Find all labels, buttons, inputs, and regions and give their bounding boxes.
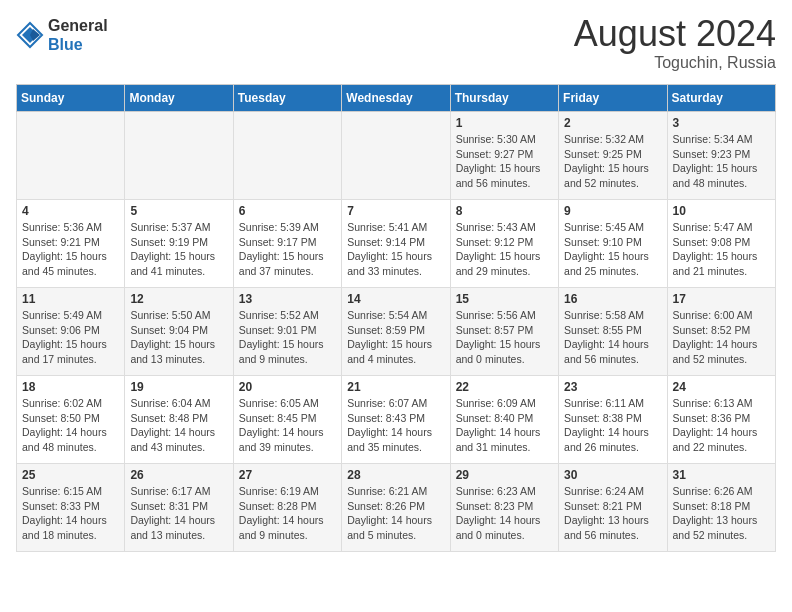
day-cell: 17Sunrise: 6:00 AMSunset: 8:52 PMDayligh… <box>667 288 775 376</box>
day-number: 21 <box>347 380 444 394</box>
day-cell: 16Sunrise: 5:58 AMSunset: 8:55 PMDayligh… <box>559 288 667 376</box>
logo: General Blue <box>16 16 108 54</box>
day-info: Sunrise: 6:17 AMSunset: 8:31 PMDaylight:… <box>130 484 227 543</box>
day-info: Sunrise: 6:04 AMSunset: 8:48 PMDaylight:… <box>130 396 227 455</box>
day-cell: 29Sunrise: 6:23 AMSunset: 8:23 PMDayligh… <box>450 464 558 552</box>
day-number: 3 <box>673 116 770 130</box>
day-number: 13 <box>239 292 336 306</box>
day-cell: 28Sunrise: 6:21 AMSunset: 8:26 PMDayligh… <box>342 464 450 552</box>
day-cell: 5Sunrise: 5:37 AMSunset: 9:19 PMDaylight… <box>125 200 233 288</box>
day-info: Sunrise: 5:49 AMSunset: 9:06 PMDaylight:… <box>22 308 119 367</box>
month-year: August 2024 <box>574 16 776 52</box>
day-number: 27 <box>239 468 336 482</box>
day-number: 15 <box>456 292 553 306</box>
day-info: Sunrise: 5:58 AMSunset: 8:55 PMDaylight:… <box>564 308 661 367</box>
day-cell <box>342 112 450 200</box>
day-info: Sunrise: 6:21 AMSunset: 8:26 PMDaylight:… <box>347 484 444 543</box>
day-cell: 24Sunrise: 6:13 AMSunset: 8:36 PMDayligh… <box>667 376 775 464</box>
day-number: 20 <box>239 380 336 394</box>
day-info: Sunrise: 5:43 AMSunset: 9:12 PMDaylight:… <box>456 220 553 279</box>
week-row-5: 25Sunrise: 6:15 AMSunset: 8:33 PMDayligh… <box>17 464 776 552</box>
day-info: Sunrise: 5:47 AMSunset: 9:08 PMDaylight:… <box>673 220 770 279</box>
day-info: Sunrise: 6:02 AMSunset: 8:50 PMDaylight:… <box>22 396 119 455</box>
day-cell: 22Sunrise: 6:09 AMSunset: 8:40 PMDayligh… <box>450 376 558 464</box>
day-number: 6 <box>239 204 336 218</box>
day-info: Sunrise: 6:05 AMSunset: 8:45 PMDaylight:… <box>239 396 336 455</box>
logo-blue: Blue <box>48 36 83 53</box>
col-friday: Friday <box>559 85 667 112</box>
day-cell: 12Sunrise: 5:50 AMSunset: 9:04 PMDayligh… <box>125 288 233 376</box>
col-wednesday: Wednesday <box>342 85 450 112</box>
day-cell: 7Sunrise: 5:41 AMSunset: 9:14 PMDaylight… <box>342 200 450 288</box>
day-number: 25 <box>22 468 119 482</box>
day-info: Sunrise: 6:24 AMSunset: 8:21 PMDaylight:… <box>564 484 661 543</box>
day-cell: 4Sunrise: 5:36 AMSunset: 9:21 PMDaylight… <box>17 200 125 288</box>
day-number: 18 <box>22 380 119 394</box>
day-info: Sunrise: 6:26 AMSunset: 8:18 PMDaylight:… <box>673 484 770 543</box>
day-info: Sunrise: 5:39 AMSunset: 9:17 PMDaylight:… <box>239 220 336 279</box>
day-number: 4 <box>22 204 119 218</box>
title-block: August 2024 Toguchin, Russia <box>574 16 776 72</box>
day-cell: 6Sunrise: 5:39 AMSunset: 9:17 PMDaylight… <box>233 200 341 288</box>
day-info: Sunrise: 5:45 AMSunset: 9:10 PMDaylight:… <box>564 220 661 279</box>
col-monday: Monday <box>125 85 233 112</box>
day-cell: 1Sunrise: 5:30 AMSunset: 9:27 PMDaylight… <box>450 112 558 200</box>
day-info: Sunrise: 5:56 AMSunset: 8:57 PMDaylight:… <box>456 308 553 367</box>
day-info: Sunrise: 5:54 AMSunset: 8:59 PMDaylight:… <box>347 308 444 367</box>
day-number: 26 <box>130 468 227 482</box>
col-tuesday: Tuesday <box>233 85 341 112</box>
day-info: Sunrise: 6:23 AMSunset: 8:23 PMDaylight:… <box>456 484 553 543</box>
day-number: 8 <box>456 204 553 218</box>
day-cell: 18Sunrise: 6:02 AMSunset: 8:50 PMDayligh… <box>17 376 125 464</box>
calendar-header: Sunday Monday Tuesday Wednesday Thursday… <box>17 85 776 112</box>
day-number: 17 <box>673 292 770 306</box>
day-number: 5 <box>130 204 227 218</box>
logo-general: General <box>48 17 108 34</box>
week-row-1: 1Sunrise: 5:30 AMSunset: 9:27 PMDaylight… <box>17 112 776 200</box>
week-row-3: 11Sunrise: 5:49 AMSunset: 9:06 PMDayligh… <box>17 288 776 376</box>
day-number: 1 <box>456 116 553 130</box>
day-info: Sunrise: 5:52 AMSunset: 9:01 PMDaylight:… <box>239 308 336 367</box>
day-number: 28 <box>347 468 444 482</box>
day-cell: 10Sunrise: 5:47 AMSunset: 9:08 PMDayligh… <box>667 200 775 288</box>
day-cell: 21Sunrise: 6:07 AMSunset: 8:43 PMDayligh… <box>342 376 450 464</box>
day-cell: 20Sunrise: 6:05 AMSunset: 8:45 PMDayligh… <box>233 376 341 464</box>
day-number: 10 <box>673 204 770 218</box>
week-row-2: 4Sunrise: 5:36 AMSunset: 9:21 PMDaylight… <box>17 200 776 288</box>
day-cell: 19Sunrise: 6:04 AMSunset: 8:48 PMDayligh… <box>125 376 233 464</box>
day-info: Sunrise: 6:07 AMSunset: 8:43 PMDaylight:… <box>347 396 444 455</box>
day-cell <box>233 112 341 200</box>
day-info: Sunrise: 5:34 AMSunset: 9:23 PMDaylight:… <box>673 132 770 191</box>
day-number: 16 <box>564 292 661 306</box>
week-row-4: 18Sunrise: 6:02 AMSunset: 8:50 PMDayligh… <box>17 376 776 464</box>
day-info: Sunrise: 6:13 AMSunset: 8:36 PMDaylight:… <box>673 396 770 455</box>
day-cell <box>17 112 125 200</box>
day-info: Sunrise: 5:32 AMSunset: 9:25 PMDaylight:… <box>564 132 661 191</box>
day-cell: 8Sunrise: 5:43 AMSunset: 9:12 PMDaylight… <box>450 200 558 288</box>
day-info: Sunrise: 5:30 AMSunset: 9:27 PMDaylight:… <box>456 132 553 191</box>
day-number: 2 <box>564 116 661 130</box>
header-row: Sunday Monday Tuesday Wednesday Thursday… <box>17 85 776 112</box>
day-cell: 11Sunrise: 5:49 AMSunset: 9:06 PMDayligh… <box>17 288 125 376</box>
day-info: Sunrise: 6:19 AMSunset: 8:28 PMDaylight:… <box>239 484 336 543</box>
day-number: 22 <box>456 380 553 394</box>
day-info: Sunrise: 6:15 AMSunset: 8:33 PMDaylight:… <box>22 484 119 543</box>
day-number: 11 <box>22 292 119 306</box>
day-info: Sunrise: 5:41 AMSunset: 9:14 PMDaylight:… <box>347 220 444 279</box>
day-info: Sunrise: 6:11 AMSunset: 8:38 PMDaylight:… <box>564 396 661 455</box>
day-cell: 13Sunrise: 5:52 AMSunset: 9:01 PMDayligh… <box>233 288 341 376</box>
day-number: 12 <box>130 292 227 306</box>
day-cell: 30Sunrise: 6:24 AMSunset: 8:21 PMDayligh… <box>559 464 667 552</box>
day-number: 14 <box>347 292 444 306</box>
day-number: 19 <box>130 380 227 394</box>
day-number: 24 <box>673 380 770 394</box>
day-number: 7 <box>347 204 444 218</box>
calendar-table: Sunday Monday Tuesday Wednesday Thursday… <box>16 84 776 552</box>
day-cell: 15Sunrise: 5:56 AMSunset: 8:57 PMDayligh… <box>450 288 558 376</box>
col-sunday: Sunday <box>17 85 125 112</box>
day-cell <box>125 112 233 200</box>
day-number: 23 <box>564 380 661 394</box>
logo-icon <box>16 21 44 49</box>
day-cell: 31Sunrise: 6:26 AMSunset: 8:18 PMDayligh… <box>667 464 775 552</box>
day-cell: 26Sunrise: 6:17 AMSunset: 8:31 PMDayligh… <box>125 464 233 552</box>
